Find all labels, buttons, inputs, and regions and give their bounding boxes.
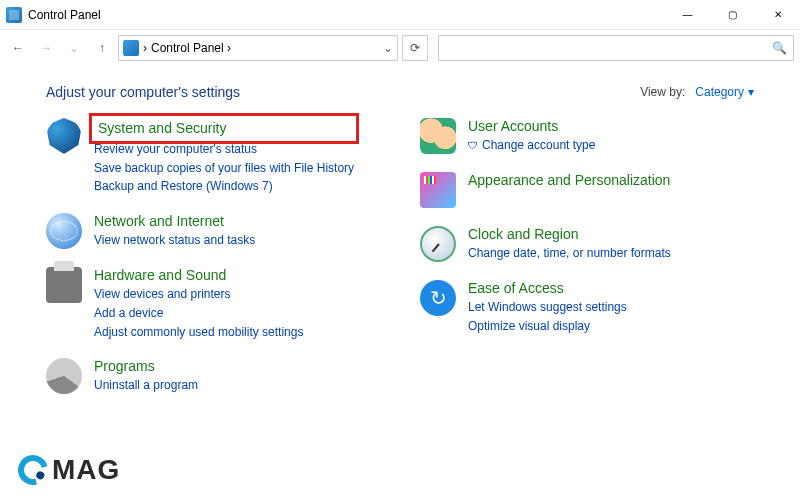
link-change-account-type[interactable]: Change account type bbox=[468, 137, 595, 154]
category-columns: System and Security Review your computer… bbox=[46, 118, 754, 394]
category-heading-network[interactable]: Network and Internet bbox=[94, 213, 255, 230]
category-user-accounts: User Accounts Change account type bbox=[420, 118, 754, 154]
titlebar: Control Panel — ▢ ✕ bbox=[0, 0, 800, 30]
category-heading-ease[interactable]: Ease of Access bbox=[468, 280, 627, 297]
close-button[interactable]: ✕ bbox=[755, 0, 800, 30]
link-uninstall[interactable]: Uninstall a program bbox=[94, 377, 198, 394]
shield-icon bbox=[46, 118, 82, 154]
category-heading-appearance[interactable]: Appearance and Personalization bbox=[468, 172, 670, 189]
category-programs: Programs Uninstall a program bbox=[46, 358, 380, 394]
link-optimize-display[interactable]: Optimize visual display bbox=[468, 318, 627, 335]
link-file-history[interactable]: Save backup copies of your files with Fi… bbox=[94, 160, 354, 177]
chevron-down-icon[interactable]: ⌄ bbox=[383, 41, 393, 55]
link-date-time-formats[interactable]: Change date, time, or number formats bbox=[468, 245, 671, 262]
watermark-logo: MAG bbox=[18, 454, 120, 486]
link-backup-restore[interactable]: Backup and Restore (Windows 7) bbox=[94, 178, 354, 195]
users-icon bbox=[420, 118, 456, 154]
view-by-selector[interactable]: Category ▾ bbox=[695, 85, 754, 99]
content-area: Adjust your computer's settings View by:… bbox=[0, 66, 800, 394]
category-ease: Ease of Access Let Windows suggest setti… bbox=[420, 280, 754, 334]
up-button[interactable]: ↑ bbox=[90, 36, 114, 60]
category-appearance: Appearance and Personalization bbox=[420, 172, 754, 208]
logo-text: MAG bbox=[52, 454, 120, 486]
category-heading-programs[interactable]: Programs bbox=[94, 358, 198, 375]
category-hardware: Hardware and Sound View devices and prin… bbox=[46, 267, 380, 340]
category-system-security: System and Security Review your computer… bbox=[46, 118, 380, 195]
minimize-button[interactable]: — bbox=[665, 0, 710, 30]
globe-icon bbox=[46, 213, 82, 249]
maximize-button[interactable]: ▢ bbox=[710, 0, 755, 30]
back-button[interactable]: ← bbox=[6, 36, 30, 60]
category-clock: Clock and Region Change date, time, or n… bbox=[420, 226, 754, 262]
category-heading-system-security[interactable]: System and Security bbox=[94, 118, 354, 139]
window-title: Control Panel bbox=[28, 8, 665, 22]
logo-c-icon bbox=[13, 450, 54, 491]
search-icon[interactable]: 🔍 bbox=[772, 41, 787, 55]
right-column: User Accounts Change account type Appear… bbox=[420, 118, 754, 394]
view-by: View by: Category ▾ bbox=[640, 85, 754, 99]
nav-bar: ← → ⌄ ↑ › Control Panel › ⌄ ⟳ 🔍 bbox=[0, 30, 800, 66]
control-panel-icon bbox=[123, 40, 139, 56]
ease-of-access-icon bbox=[420, 280, 456, 316]
disc-icon bbox=[46, 358, 82, 394]
category-heading-clock[interactable]: Clock and Region bbox=[468, 226, 671, 243]
printer-icon bbox=[46, 267, 82, 303]
control-panel-icon bbox=[6, 7, 22, 23]
link-mobility[interactable]: Adjust commonly used mobility settings bbox=[94, 324, 303, 341]
link-add-device[interactable]: Add a device bbox=[94, 305, 303, 322]
personalization-icon bbox=[420, 172, 456, 208]
link-network-status[interactable]: View network status and tasks bbox=[94, 232, 255, 249]
chevron-right-icon: › bbox=[143, 41, 147, 55]
left-column: System and Security Review your computer… bbox=[46, 118, 380, 394]
breadcrumb[interactable]: Control Panel › bbox=[151, 41, 379, 55]
refresh-button[interactable]: ⟳ bbox=[402, 35, 428, 61]
page-title: Adjust your computer's settings bbox=[46, 84, 640, 100]
recent-dropdown[interactable]: ⌄ bbox=[62, 36, 86, 60]
link-review-status[interactable]: Review your computer's status bbox=[94, 141, 354, 158]
address-bar[interactable]: › Control Panel › ⌄ bbox=[118, 35, 398, 61]
link-suggest-settings[interactable]: Let Windows suggest settings bbox=[468, 299, 627, 316]
view-by-label: View by: bbox=[640, 85, 685, 99]
link-devices-printers[interactable]: View devices and printers bbox=[94, 286, 303, 303]
forward-button[interactable]: → bbox=[34, 36, 58, 60]
category-network: Network and Internet View network status… bbox=[46, 213, 380, 249]
caret-down-icon: ▾ bbox=[748, 85, 754, 99]
clock-icon bbox=[420, 226, 456, 262]
search-input[interactable]: 🔍 bbox=[438, 35, 794, 61]
category-heading-user-accounts[interactable]: User Accounts bbox=[468, 118, 595, 135]
view-by-value: Category bbox=[695, 85, 744, 99]
category-heading-hardware[interactable]: Hardware and Sound bbox=[94, 267, 303, 284]
search-field[interactable] bbox=[445, 41, 772, 55]
content-header: Adjust your computer's settings View by:… bbox=[46, 84, 754, 100]
